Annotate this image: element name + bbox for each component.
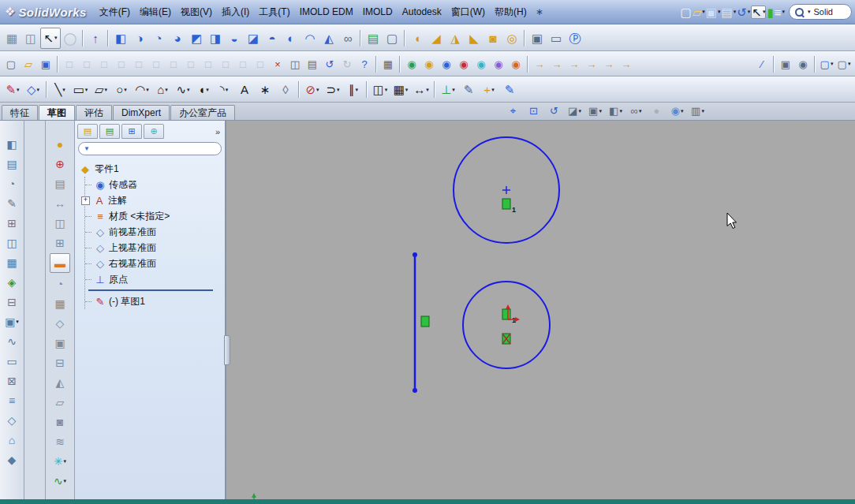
offset-entities-tool[interactable]: ∥▾ [343,80,364,99]
measure-icon[interactable]: ∕ [753,55,771,73]
ellipse-tool[interactable]: ◖▾ [193,80,214,99]
menu-item-8[interactable]: Autodesk [398,4,446,20]
dropdown-arrow-icon[interactable]: ▾ [64,478,67,484]
splitter-handle[interactable] [224,335,230,365]
tree-item-annotations[interactable]: +A注解 [85,192,223,208]
sketch-origin[interactable] [506,304,510,309]
fullscreen-icon[interactable]: ▢▾ [835,55,853,73]
sketch-line-1-endpoint-1[interactable] [413,252,417,257]
intersect-icon[interactable]: ◭ [319,28,338,48]
dropdown-arrow-icon[interactable]: ▾ [702,9,705,15]
menu-item-1[interactable]: 文件(F) [95,3,135,21]
apply-scene-icon[interactable]: ◉▾ [667,103,687,118]
dropdown-arrow-icon[interactable]: ▾ [226,87,229,93]
dropdown-arrow-icon[interactable]: ▾ [599,108,602,114]
left-toolbar-b-icon-8[interactable]: ◔ [50,274,69,293]
linear-sketch-pattern-tool[interactable]: ▦▾ [390,80,411,99]
motion-addin-icon[interactable]: ◉ [490,55,507,73]
left-toolbar-a-icon-6[interactable]: ◫ [2,233,21,252]
left-toolbar-b-icon-13[interactable]: ◭ [50,373,69,391]
relation-badge-circle-1-label[interactable]: 1 [512,206,516,214]
options-grid-icon[interactable]: ▦ [379,55,397,73]
undo-action-icon[interactable]: ↺ [321,55,338,73]
tab-4[interactable]: DimXpert [113,105,170,120]
dropdown-arrow-icon[interactable]: ▾ [85,87,88,93]
select-all-icon[interactable]: □ [217,55,234,73]
sketch-canvas[interactable]: 11 [226,121,855,499]
dropdown-arrow-icon[interactable]: ▾ [62,87,65,93]
tree-item-front-plane[interactable]: ◇前视基准面 [85,224,223,240]
tree-root-part[interactable]: ◆ 零件1 [79,161,223,177]
line-tool[interactable]: ╲▾ [50,80,70,99]
select-tool[interactable]: ↖▾ [40,28,61,49]
dropdown-arrow-icon[interactable]: ▾ [619,108,622,114]
simulation-addin-icon[interactable]: ◉ [455,55,472,73]
dropdown-arrow-icon[interactable]: ▾ [452,87,455,93]
circle-tool[interactable]: ○▾ [111,80,132,99]
epdm-icon[interactable]: Ⓟ [566,28,584,48]
undo-icon[interactable]: ↺▾ [737,6,750,18]
dropdown-arrow-icon[interactable]: ▾ [831,61,834,67]
tree-item-top-plane[interactable]: ◇上视基准面 [85,240,223,256]
active-orange-tool-icon[interactable]: ▬ [50,253,70,273]
zoom-fit-icon[interactable]: ⌖ [503,103,523,118]
left-toolbar-a-icon-17[interactable]: ◆ [2,450,21,469]
anchor-icon[interactable]: ⊕ [50,155,69,173]
tab-3[interactable]: 评估 [76,105,112,120]
dropdown-arrow-icon[interactable]: ▾ [491,87,495,93]
menu-item-5[interactable]: 工具(T) [254,3,294,21]
extruded-cut-icon[interactable]: ◨ [206,28,225,48]
left-toolbar-b-icon-11[interactable]: ▣ [50,334,69,352]
dropdown-arrow-icon[interactable]: ▾ [16,319,19,325]
left-toolbar-b-icon-10[interactable]: ◇ [50,314,69,332]
hole-wizard-icon[interactable]: ◎ [502,28,521,48]
dropdown-arrow-icon[interactable]: ▾ [105,87,108,93]
text-tool[interactable]: A [234,80,255,99]
lofted-cut-icon[interactable]: ◓ [263,28,282,48]
lofted-boss-icon[interactable]: ◕ [168,28,187,48]
redo-action-icon[interactable]: ↻ [338,55,356,73]
left-toolbar-b-icon-12[interactable]: ⊟ [50,353,69,371]
close-doc-icon[interactable]: □ [200,55,217,73]
dropdown-arrow-icon[interactable]: ▾ [316,87,319,93]
view-orientation-icon[interactable]: ▣▾ [585,103,605,118]
left-toolbar-a-icon-5[interactable]: ⊞ [2,214,21,232]
make-assembly-icon[interactable]: □ [78,55,95,73]
sketch-entity-icon[interactable]: ◯ [61,28,80,48]
reload-icon[interactable]: □ [182,55,200,73]
revolved-boss-icon[interactable]: ◑ [130,28,149,48]
dropdown-arrow-icon[interactable]: ▾ [355,87,358,93]
instant3d-icon[interactable]: ↑ [86,28,105,48]
print-preview-icon[interactable]: □ [147,55,165,73]
print3d-icon[interactable]: ▣ [528,28,547,48]
edit-component-icon[interactable]: ◫ [21,28,40,48]
tree-filter-box[interactable]: ▼ [78,142,222,155]
imold-tool-5-icon[interactable]: → [600,55,618,73]
rebuild-icon[interactable]: ▮ [767,6,773,18]
smart-dimension-tool[interactable]: ◇▾ [23,80,43,99]
panel-splitter[interactable] [225,121,226,499]
relation-badge-line-1[interactable] [421,316,429,327]
boundary-cut-icon[interactable]: ◐ [282,28,301,48]
dropdown-arrow-icon[interactable]: ▾ [763,9,766,15]
new-icon[interactable]: ▢ [2,55,20,73]
menu-item-2[interactable]: 编辑(E) [135,3,176,21]
imold-tool-2-icon[interactable]: → [548,55,566,73]
open-icon[interactable]: ▱▾ [693,6,705,18]
quick-snaps-tool[interactable]: +▾ [479,80,499,99]
dropdown-arrow-icon[interactable]: ▾ [165,87,168,93]
swept-boss-icon[interactable]: ◔ [149,28,168,48]
configurationmanager-tab-icon[interactable]: ⊞ [121,124,142,139]
design-library-icon[interactable]: ▤ [364,28,383,48]
previous-view-icon[interactable]: ↺ [544,103,564,118]
repair-sketch-tool[interactable]: ✎ [458,80,479,99]
dropdown-arrow-icon[interactable]: ▾ [206,87,209,93]
pin-icon[interactable]: ∗ [536,6,543,17]
tree-item-sensors[interactable]: ◉传感器 [85,177,223,192]
update-icon[interactable]: □ [95,55,113,73]
interface-options-icon[interactable]: ≡▾ [775,6,785,18]
dropdown-arrow-icon[interactable]: ▾ [426,87,429,93]
tab-5[interactable]: 办公室产品 [170,105,235,120]
menu-item-7[interactable]: IMOLD [358,4,398,20]
select-icon[interactable]: ↖▾ [751,6,766,19]
